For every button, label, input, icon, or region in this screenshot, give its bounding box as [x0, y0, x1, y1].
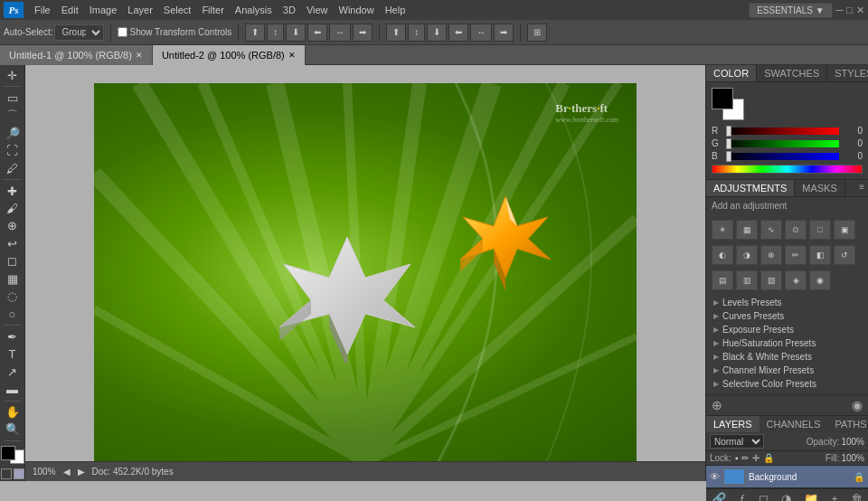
adj-icon-14[interactable]: ▥	[736, 270, 758, 290]
menu-view[interactable]: View	[301, 3, 334, 17]
tab-channels[interactable]: CHANNELS	[760, 416, 828, 432]
color-selector[interactable]	[1, 446, 24, 464]
layer-style-btn[interactable]: ƒ	[739, 492, 745, 501]
workspace-switcher[interactable]: ESSENTIALS ▼	[749, 3, 832, 18]
distribute-hcenter[interactable]: ↔	[470, 24, 492, 42]
tab-styles[interactable]: STYLES	[827, 65, 868, 81]
g-channel-slider[interactable]	[726, 138, 731, 149]
quick-mask-btn[interactable]	[14, 468, 24, 479]
adj-icon-12[interactable]: ↺	[834, 245, 855, 265]
dodge-tool[interactable]: ○	[2, 306, 24, 322]
distribute-top[interactable]: ⬆	[386, 24, 406, 42]
align-right[interactable]: ➡	[353, 24, 373, 42]
minimize-btn[interactable]: ─	[836, 5, 844, 15]
adj-levels-icon[interactable]: ▦	[736, 220, 758, 240]
history-brush-tool[interactable]: ↩	[2, 235, 24, 251]
align-vcenter[interactable]: ↕	[267, 24, 284, 42]
adj-icon-13[interactable]: ▤	[712, 270, 733, 290]
layer-link-btn[interactable]: 🔗	[712, 492, 726, 501]
adj-item-bw[interactable]: ▶ Black & White Presets	[706, 350, 868, 364]
r-channel-slider[interactable]	[726, 126, 731, 137]
layer-group-btn[interactable]: 📁	[804, 492, 818, 501]
foreground-color-picker[interactable]	[712, 88, 733, 109]
lock-brush-icon[interactable]: ✏	[741, 453, 749, 463]
tab-swatches[interactable]: SWATCHES	[757, 65, 827, 81]
adj-bottom-icon-1[interactable]: ⊕	[712, 398, 722, 412]
layer-visibility-eye[interactable]: 👁	[710, 471, 720, 482]
align-hcenter[interactable]: ↔	[329, 24, 351, 42]
restore-btn[interactable]: □	[846, 5, 853, 15]
close-btn[interactable]: ✕	[856, 5, 864, 16]
tab-untitled1[interactable]: Untitled-1 @ 100% (RGB/8) ✕	[0, 45, 153, 65]
lasso-tool[interactable]: ⌒	[2, 108, 24, 124]
adj-icon-7[interactable]: ◐	[712, 245, 733, 265]
pen-tool[interactable]: ✒	[2, 328, 24, 345]
adj-item-levels[interactable]: ▶ Levels Presets	[706, 296, 868, 309]
auto-select-dropdown[interactable]: Group	[54, 24, 104, 41]
zoom-in-btn[interactable]: ▶	[78, 467, 85, 477]
standard-mode-btn[interactable]	[1, 468, 12, 479]
menu-3d[interactable]: 3D	[278, 3, 301, 17]
layer-new-btn[interactable]: +	[831, 492, 838, 501]
adj-icon-5[interactable]: □	[809, 220, 831, 240]
menu-layer[interactable]: Layer	[122, 3, 158, 17]
path-select-tool[interactable]: ↗	[2, 364, 24, 380]
adj-icon-9[interactable]: ⊗	[760, 245, 782, 265]
brush-tool[interactable]: 🖌	[2, 200, 24, 216]
layer-delete-btn[interactable]: 🗑	[851, 492, 863, 501]
distribute-left[interactable]: ⬅	[448, 24, 468, 42]
foreground-color-swatch[interactable]	[1, 446, 15, 460]
adj-item-selective-color[interactable]: ▶ Selective Color Presets	[706, 377, 868, 391]
adj-icon-10[interactable]: ✏	[785, 245, 807, 265]
tab-layers[interactable]: LAYERS	[706, 416, 760, 432]
shape-tool[interactable]: ▬	[2, 381, 24, 397]
menu-select[interactable]: Select	[158, 3, 197, 17]
gradient-tool[interactable]: ▦	[2, 270, 24, 287]
marquee-tool[interactable]: ▭	[2, 90, 24, 106]
align-bottom[interactable]: ⬇	[286, 24, 306, 42]
text-tool[interactable]: T	[2, 345, 24, 362]
layer-background[interactable]: 👁 Background 🔒	[706, 466, 868, 488]
show-transform-checkbox[interactable]	[118, 27, 127, 37]
auto-align-btn[interactable]: ⊞	[527, 24, 547, 42]
adj-exposure-icon[interactable]: ⊙	[785, 220, 807, 240]
layer-adj-btn[interactable]: ◑	[781, 492, 791, 501]
zoom-out-btn[interactable]: ◀	[63, 467, 71, 477]
eyedropper-tool[interactable]: 🖊	[2, 160, 24, 176]
adj-icon-15[interactable]: ▧	[760, 270, 782, 290]
lock-position-icon[interactable]: ✛	[752, 453, 760, 463]
blur-tool[interactable]: ◌	[2, 288, 24, 304]
distribute-right[interactable]: ➡	[494, 24, 514, 42]
tab-untitled2[interactable]: Untitled-2 @ 100% (RGB/8) ✕	[153, 45, 306, 65]
hand-tool[interactable]: ✋	[2, 403, 24, 420]
adj-icon-6[interactable]: ▣	[834, 220, 855, 240]
menu-window[interactable]: Window	[334, 3, 380, 17]
quick-select-tool[interactable]: 🔎	[2, 125, 24, 141]
menu-image[interactable]: Image	[84, 3, 123, 17]
tab-adjustments[interactable]: ADJUSTMENTS	[706, 180, 795, 196]
zoom-tool[interactable]: 🔍	[2, 421, 24, 438]
color-spectrum-bar[interactable]	[712, 165, 863, 174]
eraser-tool[interactable]: ◻	[2, 253, 24, 269]
lock-all-icon[interactable]: 🔒	[763, 453, 774, 463]
adj-icon-11[interactable]: ◧	[809, 245, 831, 265]
adj-curves-icon[interactable]: ∿	[760, 220, 782, 240]
healing-tool[interactable]: ✚	[2, 183, 24, 199]
menu-help[interactable]: Help	[380, 3, 411, 17]
fg-bg-color-box[interactable]	[712, 88, 744, 120]
b-channel-slider[interactable]	[726, 151, 731, 162]
align-top[interactable]: ⬆	[245, 24, 265, 42]
crop-tool[interactable]: ⛶	[2, 142, 24, 158]
tab-color[interactable]: COLOR	[706, 65, 757, 81]
adj-item-hue-sat[interactable]: ▶ Hue/Saturation Presets	[706, 336, 868, 350]
lock-transparent-icon[interactable]: ▪	[735, 453, 739, 463]
tab-close-2[interactable]: ✕	[288, 51, 296, 60]
distribute-vcenter[interactable]: ↕	[408, 24, 425, 42]
blend-mode-select[interactable]: Normal	[710, 434, 764, 449]
adj-brightness-icon[interactable]: ☀	[712, 220, 733, 240]
move-tool[interactable]: ✛	[2, 67, 24, 83]
show-transform-label[interactable]: Show Transform Controls	[118, 27, 231, 37]
adj-icon-17[interactable]: ◉	[809, 270, 831, 290]
tab-paths[interactable]: PATHS	[828, 416, 869, 432]
layer-mask-btn[interactable]: ◻	[759, 492, 769, 501]
